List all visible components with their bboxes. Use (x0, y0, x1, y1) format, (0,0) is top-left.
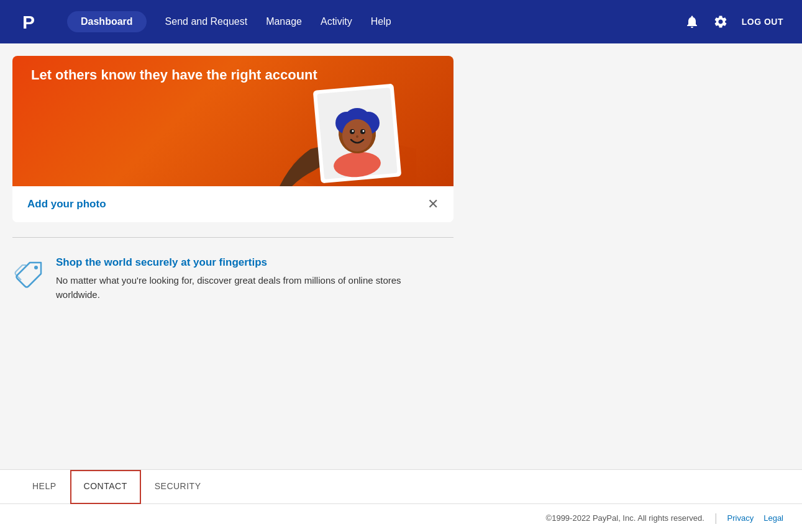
settings-icon[interactable] (713, 14, 728, 29)
notifications-icon[interactable] (685, 14, 699, 29)
close-promo-button[interactable]: ✕ (427, 197, 439, 211)
footer-tab-security[interactable]: SECURITY (141, 470, 215, 504)
svg-point-14 (356, 135, 358, 138)
shop-text: Shop the world securely at your fingerti… (56, 256, 416, 302)
svg-point-12 (352, 130, 354, 132)
shop-body: No matter what you're looking for, disco… (56, 274, 416, 302)
paypal-logo[interactable]: P (19, 9, 45, 35)
footer-copyright: ©1999-2022 PayPal, Inc. All rights reser… (546, 513, 704, 523)
logout-button[interactable]: LOG OUT (742, 17, 783, 27)
svg-point-13 (363, 130, 365, 132)
footer-tabs: HELP CONTACT SECURITY (0, 470, 802, 504)
footer-bottom: ©1999-2022 PayPal, Inc. All rights reser… (0, 504, 802, 532)
svg-point-15 (34, 266, 38, 269)
nav-icons: LOG OUT (685, 14, 783, 29)
svg-text:P: P (22, 12, 35, 32)
promo-image: Let others know they have the right acco… (12, 56, 453, 186)
help-nav-link[interactable]: Help (371, 16, 391, 27)
promo-card: Let others know they have the right acco… (12, 56, 453, 222)
footer-privacy-link[interactable]: Privacy (727, 513, 754, 523)
footer-legal-link[interactable]: Legal (763, 513, 783, 523)
shop-section: Shop the world securely at your fingerti… (0, 250, 802, 314)
promo-footer: Add your photo ✕ (12, 186, 453, 222)
send-and-request-nav-link[interactable]: Send and Request (165, 16, 248, 27)
shop-icon (12, 259, 45, 294)
main-content: Let others know they have the right acco… (0, 56, 802, 389)
manage-nav-link[interactable]: Manage (266, 16, 302, 27)
add-photo-link[interactable]: Add your photo (27, 198, 106, 210)
navbar: P Dashboard Send and Request Manage Acti… (0, 0, 802, 43)
footer-tab-help[interactable]: HELP (19, 470, 70, 504)
footer-tab-contact[interactable]: CONTACT (70, 470, 141, 504)
promo-illustration (255, 68, 416, 186)
section-divider (12, 237, 453, 238)
footer: HELP CONTACT SECURITY ©1999-2022 PayPal,… (0, 469, 802, 532)
dashboard-nav-item[interactable]: Dashboard (67, 11, 147, 32)
activity-nav-link[interactable]: Activity (321, 16, 352, 27)
footer-divider-line: | (714, 512, 718, 525)
shop-heading: Shop the world securely at your fingerti… (56, 256, 416, 269)
